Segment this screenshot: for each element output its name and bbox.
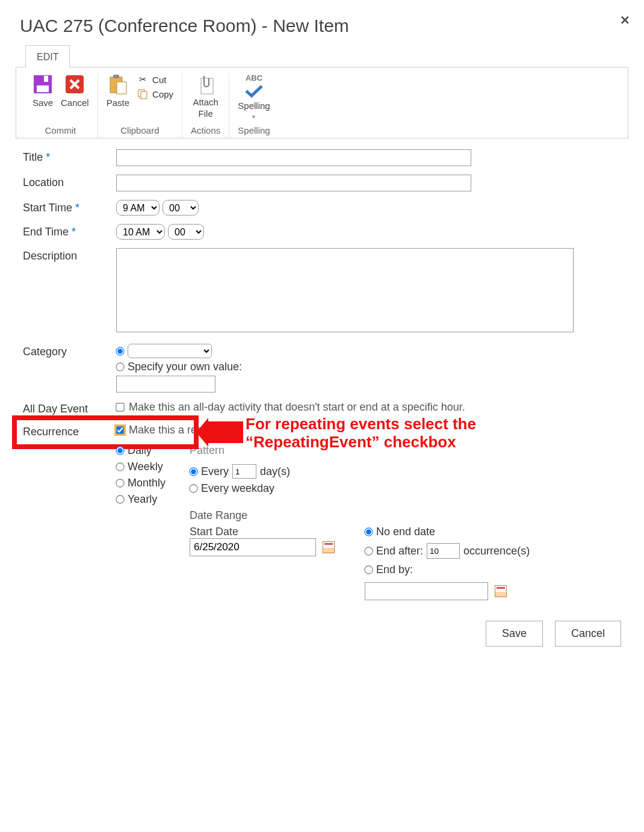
start-min-select[interactable]: 00 (163, 200, 199, 216)
ribbon: Save Cancel Commit Paste ✂ Cut (16, 67, 628, 138)
end-no-end[interactable]: No end date (365, 526, 530, 538)
start-date-label: Start Date (190, 526, 335, 538)
label-all-day: All Day Event (23, 401, 116, 415)
category-radio-dropdown[interactable] (116, 347, 124, 355)
end-hour-select[interactable]: 10 AM (116, 224, 165, 240)
svg-rect-1 (37, 85, 49, 92)
label-category: Category (23, 344, 116, 358)
label-start-time: Start Time * (23, 200, 116, 214)
start-hour-select[interactable]: 9 AM (116, 200, 159, 216)
ribbon-group-spelling: Spelling (238, 125, 270, 135)
cut-icon: ✂ (137, 73, 149, 85)
end-after-input[interactable] (427, 543, 460, 559)
end-by[interactable]: End by: (365, 563, 530, 576)
all-day-checkbox[interactable] (116, 403, 124, 411)
svg-rect-5 (113, 75, 119, 78)
chevron-down-icon: ▾ (252, 113, 255, 120)
label-title: Title * (23, 149, 116, 164)
svg-rect-6 (117, 82, 126, 94)
tab-edit[interactable]: EDIT (25, 45, 70, 67)
cancel-button-bottom[interactable]: Cancel (555, 621, 621, 647)
category-select[interactable] (128, 344, 212, 358)
recur-weekly[interactable]: Weekly (116, 461, 166, 473)
date-range-header: Date Range (190, 509, 530, 522)
dialog-title: UAC 275 (Conference Room) - New Item (20, 16, 349, 36)
label-location: Location (23, 175, 116, 189)
callout-arrow-icon (196, 418, 244, 447)
svg-rect-2 (44, 76, 48, 82)
category-own-input[interactable] (116, 376, 215, 393)
spelling-button[interactable]: ABC Spelling ▾ (238, 73, 270, 120)
spelling-abc-label: ABC (246, 73, 262, 82)
save-icon (32, 73, 54, 95)
attach-icon (195, 73, 217, 95)
description-input[interactable] (116, 248, 574, 332)
callout-text: For repeating events select the “Repeati… (243, 415, 496, 452)
recur-frequency-group: Daily Weekly Monthly Yearly (116, 444, 166, 506)
end-after-n[interactable]: End after: occurrence(s) (365, 543, 530, 559)
calendar-icon[interactable] (323, 541, 335, 553)
pattern-every-weekday[interactable]: Every weekday (190, 482, 530, 495)
end-by-input[interactable] (365, 582, 488, 600)
cancel-icon (64, 73, 85, 95)
category-radio-own[interactable] (116, 362, 124, 371)
save-button-bottom[interactable]: Save (486, 621, 543, 647)
category-own-option[interactable]: Specify your own value: (116, 361, 626, 373)
all-day-option[interactable]: Make this an all-day activity that doesn… (116, 401, 626, 414)
callout-highlight-box (12, 415, 199, 449)
label-description: Description (23, 248, 116, 262)
calendar-icon[interactable] (495, 585, 507, 597)
paste-icon (107, 73, 129, 95)
check-icon (243, 85, 265, 98)
ribbon-group-clipboard: Clipboard (120, 125, 159, 135)
attach-file-button[interactable]: Attach File (193, 73, 218, 118)
end-min-select[interactable]: 00 (168, 224, 204, 240)
copy-button[interactable]: Copy (137, 88, 173, 100)
svg-marker-10 (196, 418, 244, 447)
category-dropdown-option[interactable] (116, 344, 626, 358)
save-button[interactable]: Save (32, 73, 54, 108)
ribbon-group-commit: Commit (45, 125, 76, 135)
location-input[interactable] (116, 175, 471, 191)
close-icon[interactable]: × (621, 11, 630, 29)
ribbon-group-actions: Actions (191, 125, 220, 135)
title-input[interactable] (116, 149, 471, 166)
pattern-every-n[interactable]: Every day(s) (190, 464, 530, 479)
every-n-input[interactable] (232, 464, 256, 479)
recur-yearly[interactable]: Yearly (116, 493, 166, 506)
cancel-button[interactable]: Cancel (61, 73, 89, 108)
recur-monthly[interactable]: Monthly (116, 477, 166, 489)
paste-button[interactable]: Paste (107, 73, 129, 108)
start-date-input[interactable] (190, 538, 316, 556)
svg-rect-8 (141, 92, 147, 99)
label-end-time: End Time * (23, 224, 116, 238)
copy-icon (137, 88, 149, 100)
cut-button[interactable]: ✂ Cut (137, 73, 173, 85)
